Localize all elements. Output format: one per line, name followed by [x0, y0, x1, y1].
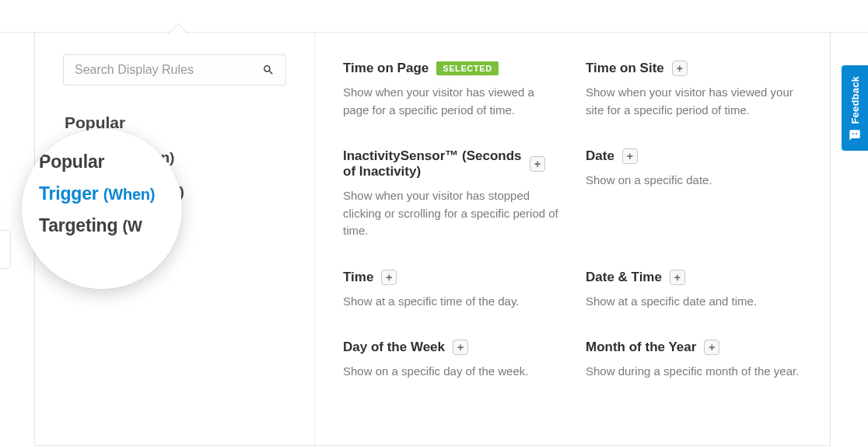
sidebar-item-personalization[interactable]: Personalization: [63, 208, 286, 240]
rule-desc: Show when your visitor has stopped click…: [343, 187, 561, 240]
sidebar-item-sub: (Who): [142, 183, 184, 200]
add-rule-button[interactable]: +: [704, 340, 719, 355]
sidebar: Popular Trigger (When) Targeting (Who) P…: [35, 33, 315, 445]
rule-title: Day of the Week: [343, 340, 445, 355]
topbar: [0, 0, 868, 33]
rule-desc: Show on a specific day of the week.: [343, 363, 561, 381]
search-icon: [262, 64, 275, 76]
rule-title: Month of the Year: [586, 340, 696, 355]
nav: Popular Trigger (When) Targeting (Who) P…: [63, 106, 286, 272]
rule-head: Time on Site +: [586, 61, 807, 76]
rule-inactivity-sensor[interactable]: InactivitySensor™ (Seconds of Inactivity…: [343, 148, 564, 240]
rule-head: Time +: [343, 270, 564, 285]
rule-desc: Show when your visitor has viewed a page…: [343, 84, 561, 119]
rule-title: Time on Site: [586, 61, 664, 76]
search-input[interactable]: [75, 63, 262, 77]
rule-head: InactivitySensor™ (Seconds of Inactivity…: [343, 148, 564, 179]
add-rule-button[interactable]: +: [672, 61, 688, 76]
sidebar-item-trigger[interactable]: Trigger (When): [63, 140, 286, 174]
rule-desc: Show during a specific month of the year…: [586, 363, 803, 381]
rule-title: Date: [586, 148, 614, 164]
sidebar-item-label: Personalization: [65, 216, 168, 232]
add-rule-button[interactable]: +: [381, 270, 397, 285]
rule-desc: Show at a specific date and time.: [586, 293, 803, 311]
rule-head: Date & Time +: [586, 270, 807, 285]
feedback-label: Feedback: [849, 76, 861, 124]
add-rule-button[interactable]: +: [530, 156, 545, 172]
rule-title: Time: [343, 270, 373, 285]
rule-desc: Show when your visitor has viewed your s…: [586, 84, 803, 119]
left-strip: [0, 33, 31, 446]
search-box[interactable]: [63, 54, 286, 85]
sidebar-item-targeting[interactable]: Targeting (Who): [63, 174, 286, 208]
sidebar-item-popular[interactable]: Popular: [63, 106, 286, 140]
rule-time-on-page[interactable]: Time on Page SELECTED Show when your vis…: [343, 61, 564, 119]
rule-time[interactable]: Time + Show at a specific time of the da…: [343, 270, 564, 311]
rule-time-on-site[interactable]: Time on Site + Show when your visitor ha…: [586, 61, 807, 119]
sidebar-item-label: Ecommerce: [65, 248, 144, 263]
sidebar-item-sub: (When): [124, 149, 174, 166]
panel-wrap: Popular Trigger (When) Targeting (Who) P…: [34, 33, 831, 446]
rules-grid: Time on Page SELECTED Show when your vis…: [343, 61, 807, 381]
rule-head: Month of the Year +: [586, 340, 807, 355]
selected-badge: SELECTED: [436, 61, 498, 75]
rule-date-time[interactable]: Date & Time + Show at a specific date an…: [586, 270, 807, 311]
feedback-widget[interactable]: Feedback: [842, 65, 868, 151]
collapse-tab[interactable]: [0, 230, 11, 269]
rule-title: Date & Time: [586, 270, 662, 285]
sidebar-item-label: Trigger: [65, 148, 120, 166]
add-rule-button[interactable]: +: [453, 340, 468, 355]
sidebar-item-ecommerce[interactable]: Ecommerce: [63, 240, 286, 272]
rule-date[interactable]: Date + Show on a specific date.: [586, 148, 807, 240]
rule-head: Time on Page SELECTED: [343, 61, 564, 76]
rule-title: Time on Page: [343, 61, 429, 76]
chat-icon: [849, 129, 861, 141]
rule-head: Day of the Week +: [343, 340, 564, 355]
main: Time on Page SELECTED Show when your vis…: [315, 33, 830, 445]
rule-day-of-week[interactable]: Day of the Week + Show on a specific day…: [343, 340, 564, 381]
page: Popular Trigger (When) Targeting (Who) P…: [0, 33, 868, 446]
rule-desc: Show on a specific date.: [586, 172, 803, 190]
add-rule-button[interactable]: +: [670, 270, 685, 285]
sidebar-item-label: Targeting: [65, 182, 138, 200]
rule-head: Date +: [586, 148, 807, 164]
add-rule-button[interactable]: +: [622, 148, 638, 164]
sidebar-item-label: Popular: [65, 113, 125, 131]
rule-month-of-year[interactable]: Month of the Year + Show during a specif…: [586, 340, 807, 381]
rule-title: InactivitySensor™ (Seconds of Inactivity…: [343, 148, 522, 179]
rule-desc: Show at a specific time of the day.: [343, 293, 561, 311]
